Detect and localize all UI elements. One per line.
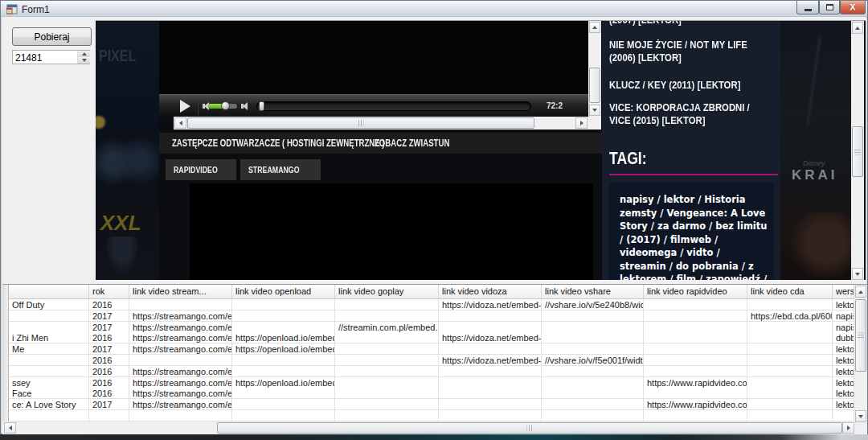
table-cell[interactable]: https://streamango.com/em... <box>129 343 232 355</box>
stepper-down-button[interactable] <box>78 57 90 64</box>
table-cell[interactable] <box>644 299 747 310</box>
table-cell[interactable] <box>335 343 439 355</box>
table-cell[interactable]: lektor <box>833 399 854 410</box>
table-cell[interactable]: lektor <box>833 366 854 377</box>
column-header-link-video-goplay[interactable]: link video goplay <box>335 285 439 299</box>
player-hscroll-thumb[interactable] <box>187 117 534 129</box>
table-cell[interactable] <box>833 410 854 421</box>
table-cell[interactable] <box>129 299 232 310</box>
table-cell[interactable]: napisy <box>833 322 854 333</box>
tab-rapidvideo[interactable]: RAPIDVIDEO <box>166 159 236 180</box>
table-cell[interactable] <box>747 388 833 399</box>
table-cell[interactable] <box>335 377 439 389</box>
table-cell[interactable] <box>439 366 542 377</box>
table-cell[interactable]: https://www.rapidvideo.com... <box>644 399 747 410</box>
scroll-up-button[interactable] <box>855 286 866 298</box>
scroll-left-button[interactable] <box>4 422 16 434</box>
scroll-down-button[interactable] <box>852 268 863 280</box>
table-cell[interactable]: 2017 <box>89 322 129 333</box>
table-cell[interactable] <box>9 366 89 377</box>
table-cell[interactable]: https://streamango.com/em... <box>129 310 232 322</box>
table-cell[interactable] <box>542 399 644 410</box>
movie-title-link[interactable]: NIE MOJE ŻYCIE / NOT MY LIFE (2006) [LEK… <box>609 39 782 64</box>
table-cell[interactable]: 2016 <box>89 299 129 310</box>
table-cell[interactable] <box>644 343 747 355</box>
stepper-up-button[interactable] <box>78 51 90 57</box>
table-cell[interactable]: https://streamango.com/em... <box>129 377 232 389</box>
table-cell[interactable] <box>232 366 335 377</box>
trailer-link[interactable]: ZOBACZ ZWIASTUN <box>375 138 449 149</box>
table-cell[interactable] <box>439 410 542 421</box>
table-cell[interactable] <box>644 310 747 322</box>
table-cell[interactable] <box>335 399 439 410</box>
table-cell[interactable]: https://openload.io/embed/... <box>232 377 335 389</box>
close-button[interactable]: X <box>840 1 866 14</box>
table-cell[interactable]: Off Duty <box>9 299 89 310</box>
table-cell[interactable] <box>644 332 747 343</box>
player-vscroll-thumb[interactable] <box>589 68 600 103</box>
seek-bar[interactable] <box>256 101 531 111</box>
table-cell[interactable] <box>439 399 542 410</box>
table-cell[interactable]: ssey <box>9 377 89 389</box>
table-cell[interactable]: https://streamango.com/em... <box>129 332 232 343</box>
table-cell[interactable] <box>542 310 644 322</box>
download-button[interactable]: Pobieraj <box>12 27 92 46</box>
table-cell[interactable]: https://www.rapidvideo.com... <box>644 377 747 389</box>
table-cell[interactable] <box>439 343 542 355</box>
table-cell[interactable] <box>232 299 335 310</box>
table-cell[interactable]: Face <box>9 388 89 399</box>
table-cell[interactable]: 2016 <box>89 388 129 399</box>
table-cell[interactable] <box>232 310 335 322</box>
player-vertical-scrollbar[interactable] <box>588 21 601 117</box>
tags-text[interactable]: napisy / lektor / Historia zemsty / Veng… <box>620 193 769 280</box>
table-cell[interactable]: 2017 <box>89 343 129 355</box>
table-cell[interactable]: lektor <box>833 388 854 399</box>
record-id-stepper[interactable]: 21481 <box>12 50 90 64</box>
table-cell[interactable] <box>747 332 833 343</box>
column-header-link-video-cda[interactable]: link video cda <box>747 285 833 299</box>
table-cell[interactable]: https://openload.io/embed/... <box>232 332 335 343</box>
table-cell[interactable] <box>542 322 644 333</box>
column-header-link-video-rapidvideo[interactable]: link video rapidvideo <box>644 285 747 299</box>
scroll-down-button[interactable] <box>855 410 866 422</box>
table-cell[interactable] <box>129 410 232 421</box>
table-cell[interactable] <box>9 310 89 322</box>
page-vscroll-thumb[interactable] <box>852 126 863 177</box>
table-cell[interactable] <box>747 343 833 355</box>
scroll-up-button[interactable] <box>852 22 863 34</box>
table-cell[interactable] <box>232 322 335 333</box>
table-cell[interactable] <box>232 388 335 399</box>
grid-hscroll-thumb[interactable] <box>217 422 842 434</box>
table-cell[interactable]: lektor <box>833 377 854 389</box>
table-cell[interactable]: napisy <box>833 310 854 322</box>
table-cell[interactable]: 2016 <box>89 366 129 377</box>
table-cell[interactable] <box>335 388 439 399</box>
table-cell[interactable]: https://vidoza.net/embed-s... <box>439 355 542 366</box>
column-header-link-video-openload[interactable]: link video openload <box>232 285 335 299</box>
table-cell[interactable]: 2017 <box>89 310 129 322</box>
table-cell[interactable]: //vshare.io/v/5e240b8/widt... <box>542 299 644 310</box>
column-header-link-video-stream-[interactable]: link video stream... <box>129 285 232 299</box>
table-cell[interactable] <box>542 343 644 355</box>
table-cell[interactable]: Me <box>9 343 89 355</box>
table-cell[interactable]: lektor <box>833 355 854 366</box>
table-cell[interactable] <box>644 366 747 377</box>
table-cell[interactable] <box>335 355 439 366</box>
table-cell[interactable] <box>439 388 542 399</box>
table-cell[interactable] <box>439 322 542 333</box>
seek-handle[interactable] <box>259 101 264 111</box>
table-cell[interactable] <box>747 355 833 366</box>
table-cell[interactable] <box>747 366 833 377</box>
table-cell[interactable] <box>747 322 833 333</box>
table-cell[interactable] <box>644 355 747 366</box>
table-cell[interactable] <box>232 355 335 366</box>
grid-horizontal-scrollbar[interactable] <box>2 421 854 434</box>
table-cell[interactable]: https://streamango.com/em... <box>129 399 232 410</box>
table-cell[interactable] <box>542 366 644 377</box>
table-cell[interactable] <box>335 310 439 322</box>
table-cell[interactable]: https://streamango.com/em... <box>129 388 232 399</box>
table-cell[interactable] <box>747 299 833 310</box>
column-header-wersja[interactable]: wersja <box>833 285 854 299</box>
table-cell[interactable] <box>439 377 542 389</box>
play-icon[interactable] <box>180 100 190 113</box>
